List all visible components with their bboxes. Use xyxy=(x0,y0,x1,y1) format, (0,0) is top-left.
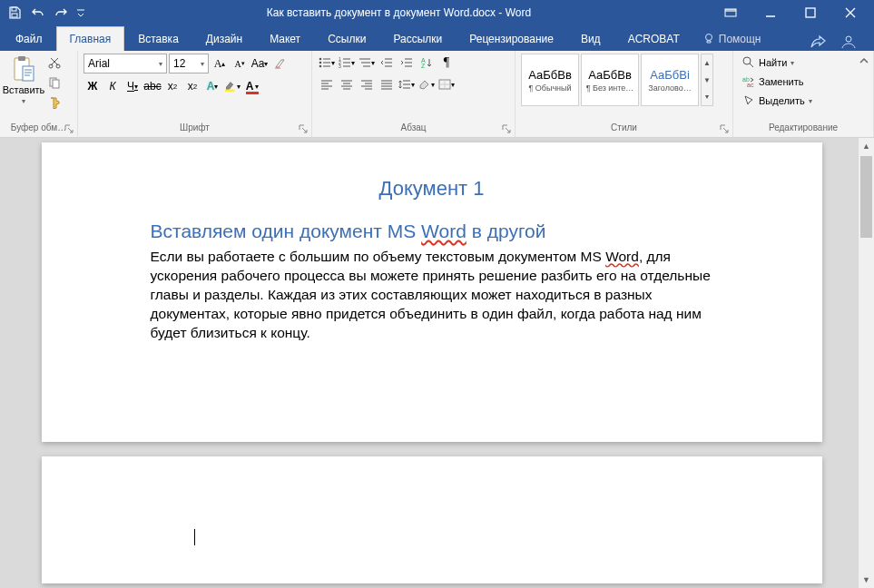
clipboard-launcher-icon[interactable] xyxy=(64,124,75,135)
clipboard-group-label: Буфер обм… xyxy=(5,121,72,135)
svg-text:Z: Z xyxy=(421,63,426,68)
svg-rect-15 xyxy=(225,90,235,93)
svg-point-6 xyxy=(705,34,712,41)
svg-rect-14 xyxy=(53,80,59,88)
style-heading1[interactable]: АаБбВі Заголово… xyxy=(641,54,699,106)
svg-rect-5 xyxy=(806,8,815,17)
lightbulb-icon xyxy=(702,33,715,45)
minimize-icon[interactable] xyxy=(751,0,791,25)
paste-button[interactable]: Вставить ▾ xyxy=(5,54,42,106)
subscript-icon[interactable]: x2 xyxy=(163,77,182,95)
collapse-ribbon-icon[interactable] xyxy=(856,53,872,69)
styles-down-icon[interactable]: ▼ xyxy=(702,72,712,89)
highlight-icon[interactable]: ▾ xyxy=(223,77,241,95)
tab-design[interactable]: Дизайн xyxy=(192,26,256,51)
tab-file[interactable]: Файл xyxy=(2,26,56,51)
paragraph-launcher-icon[interactable] xyxy=(502,124,513,135)
svg-rect-10 xyxy=(23,66,34,81)
document-scroll-area[interactable]: Документ 1 Вставляем один документ MS Wo… xyxy=(0,138,858,588)
justify-icon[interactable] xyxy=(378,75,396,93)
clear-format-icon[interactable] xyxy=(270,54,289,73)
tab-home[interactable]: Главная xyxy=(56,26,125,51)
shrink-font-icon[interactable]: A▾ xyxy=(231,54,249,73)
line-spacing-icon[interactable]: ▾ xyxy=(398,75,416,93)
decrease-indent-icon[interactable] xyxy=(378,54,396,72)
font-group-label: Шрифт xyxy=(83,121,306,135)
style-no-spacing[interactable]: АаБбВв ¶ Без инте… xyxy=(581,54,639,106)
ribbon-tab-bar: Файл Главная Вставка Дизайн Макет Ссылки… xyxy=(0,25,874,51)
styles-more-icon[interactable]: ▾ xyxy=(702,88,712,105)
window-title: Как вставить документ в документ Word.do… xyxy=(87,6,711,19)
text-effects-icon[interactable]: A▾ xyxy=(203,77,221,95)
svg-rect-3 xyxy=(725,9,736,12)
change-case-icon[interactable]: Aa▾ xyxy=(250,54,269,73)
grow-font-icon[interactable]: A▴ xyxy=(211,54,229,73)
styles-up-icon[interactable]: ▲ xyxy=(702,54,712,72)
paragraph-group-label: Абзац xyxy=(318,121,509,135)
style-normal[interactable]: АаБбВв ¶ Обычный xyxy=(521,54,579,106)
numbering-icon[interactable]: 123▾ xyxy=(338,54,356,72)
font-name-combo[interactable]: Arial▾ xyxy=(83,54,167,74)
undo-icon[interactable] xyxy=(27,2,49,24)
font-launcher-icon[interactable] xyxy=(299,124,309,135)
document-workspace: Документ 1 Вставляем один документ MS Wo… xyxy=(0,138,874,588)
tab-insert[interactable]: Вставка xyxy=(124,26,192,51)
account-icon[interactable] xyxy=(840,34,861,51)
sort-icon[interactable]: AZ xyxy=(417,54,436,72)
document-title: Документ 1 xyxy=(151,177,713,201)
italic-icon[interactable]: К xyxy=(103,77,122,95)
font-color-icon[interactable]: A▾ xyxy=(243,77,261,95)
tab-references[interactable]: Ссылки xyxy=(314,26,379,51)
document-heading: Вставляем один документ MS Word в другой xyxy=(151,220,713,242)
font-size-combo[interactable]: 12▾ xyxy=(169,54,209,74)
editing-group-label: Редактирование xyxy=(739,121,868,135)
title-bar: Как вставить документ в документ Word.do… xyxy=(0,0,874,25)
borders-icon[interactable]: ▾ xyxy=(437,75,456,93)
strike-icon[interactable]: abc xyxy=(143,77,162,95)
tab-mailings[interactable]: Рассылки xyxy=(379,26,456,51)
ribbon-options-icon[interactable] xyxy=(711,0,751,25)
align-left-icon[interactable] xyxy=(318,75,336,93)
page-1[interactable]: Документ 1 Вставляем один документ MS Wo… xyxy=(42,142,822,442)
tell-me-search[interactable]: Помощн xyxy=(693,27,771,51)
close-icon[interactable] xyxy=(830,0,870,25)
select-button[interactable]: Выделить▾ xyxy=(739,92,816,110)
increase-indent-icon[interactable] xyxy=(398,54,416,72)
bullets-icon[interactable]: ▾ xyxy=(318,54,336,72)
styles-launcher-icon[interactable] xyxy=(720,124,731,135)
align-right-icon[interactable] xyxy=(358,75,376,93)
tab-acrobat[interactable]: ACROBAT xyxy=(614,26,693,51)
scroll-up-icon[interactable]: ▲ xyxy=(859,138,874,154)
replace-button[interactable]: abac Заменить xyxy=(739,73,807,91)
show-marks-icon[interactable]: ¶ xyxy=(437,54,456,72)
format-painter-icon[interactable] xyxy=(45,93,64,112)
page-2[interactable] xyxy=(42,456,822,583)
scroll-thumb[interactable] xyxy=(860,156,872,238)
styles-gallery-scroll[interactable]: ▲ ▼ ▾ xyxy=(701,54,713,106)
share-icon[interactable] xyxy=(809,34,830,51)
paste-label: Вставить xyxy=(3,84,45,95)
document-body: Если вы работаете с большим по объему те… xyxy=(151,248,713,343)
scroll-down-icon[interactable]: ▼ xyxy=(859,572,874,588)
save-icon[interactable] xyxy=(4,2,25,24)
cursor-icon xyxy=(742,94,755,107)
tab-view[interactable]: Вид xyxy=(567,26,614,51)
shading-icon[interactable]: ▾ xyxy=(417,75,436,93)
copy-icon[interactable] xyxy=(45,74,64,92)
tab-review[interactable]: Рецензирование xyxy=(456,26,567,51)
multilevel-icon[interactable]: ▾ xyxy=(358,54,376,72)
svg-text:ac: ac xyxy=(747,82,754,88)
superscript-icon[interactable]: x2 xyxy=(183,77,201,95)
redo-icon[interactable] xyxy=(51,2,73,24)
find-button[interactable]: Найти▾ xyxy=(739,54,798,72)
svg-rect-1 xyxy=(12,14,17,17)
tab-layout[interactable]: Макет xyxy=(256,26,314,51)
qat-customize-icon[interactable] xyxy=(74,2,87,24)
align-center-icon[interactable] xyxy=(338,75,356,93)
cut-icon[interactable] xyxy=(45,54,64,72)
maximize-icon[interactable] xyxy=(791,0,830,25)
underline-icon[interactable]: Ч▾ xyxy=(123,77,142,95)
svg-text:3: 3 xyxy=(339,64,341,68)
vertical-scrollbar[interactable]: ▲ ▼ xyxy=(858,138,874,588)
bold-icon[interactable]: Ж xyxy=(83,77,102,95)
